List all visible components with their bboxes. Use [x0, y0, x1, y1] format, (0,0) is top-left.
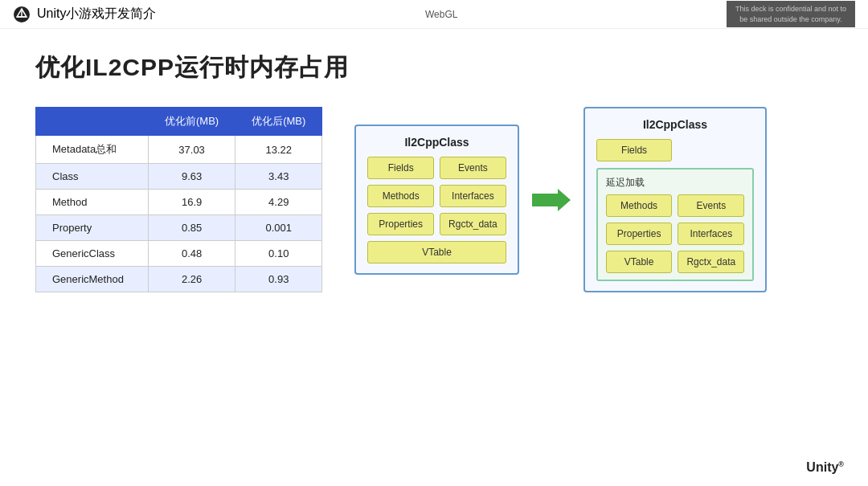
right-field-properties: Properties [606, 223, 673, 245]
arrow-icon [532, 186, 571, 214]
footer: Unity® [806, 460, 844, 475]
unity-logo-icon [13, 6, 31, 23]
left-class-grid: Fields Events Methods Interfaces Propert… [367, 157, 506, 235]
table-row: Method 16.9 4.29 [36, 190, 322, 215]
diagram-area: Il2CppClass Fields Events Methods Interf… [354, 107, 767, 292]
table-cell-before: 9.63 [149, 164, 235, 190]
topbar-title: Unity小游戏开发简介 [37, 6, 156, 22]
table-cell-before: 2.26 [149, 267, 235, 292]
right-field-fields: Fields [596, 139, 673, 161]
left-field-vtable: VTable [367, 241, 506, 263]
content-area: 优化前(MB) 优化后(MB) Metadata总和 37.03 13.22 C… [35, 107, 833, 292]
confidential-notice: This deck is confidential and not to be … [727, 1, 855, 27]
data-table: 优化前(MB) 优化后(MB) Metadata总和 37.03 13.22 C… [35, 107, 322, 292]
delayed-section: 延迟加载 Methods Events Properties Interface… [596, 168, 754, 281]
table-cell-label: Method [36, 190, 149, 215]
right-class-title: Il2CppClass [596, 118, 754, 131]
table-cell-after: 3.43 [235, 164, 322, 190]
topbar-center: WebGL [425, 9, 457, 20]
table-cell-label: Property [36, 215, 149, 241]
table-cell-label: Class [36, 164, 149, 190]
left-field-rgctx: Rgctx_data [440, 213, 506, 235]
table-cell-after: 0.93 [235, 267, 322, 292]
left-field-interfaces: Interfaces [440, 185, 506, 207]
table-cell-after: 4.29 [235, 190, 322, 215]
col-header-label [36, 108, 149, 136]
right-class-box: Il2CppClass Fields 延迟加载 Methods Events P… [583, 107, 767, 292]
right-field-vtable: VTable [606, 251, 673, 273]
table-row: GenericMethod 2.26 0.93 [36, 267, 322, 292]
table-cell-label: GenericMethod [36, 267, 149, 292]
right-top-fields: Fields [596, 139, 754, 161]
topbar-left: Unity小游戏开发简介 [13, 6, 156, 23]
left-class-title: Il2CppClass [367, 136, 506, 149]
table-cell-before: 0.85 [149, 215, 235, 241]
table-cell-before: 16.9 [149, 190, 235, 215]
svg-marker-4 [532, 189, 571, 211]
right-field-events: Events [678, 194, 744, 217]
table-cell-after: 0.10 [235, 241, 322, 267]
delayed-label: 延迟加载 [606, 176, 744, 190]
left-field-methods: Methods [367, 185, 434, 207]
left-class-box: Il2CppClass Fields Events Methods Interf… [354, 125, 518, 275]
left-field-fields: Fields [367, 157, 434, 179]
table-cell-before: 37.03 [149, 136, 235, 164]
right-field-rgctx: Rgctx_data [678, 251, 744, 273]
table-row: Metadata总和 37.03 13.22 [36, 136, 322, 164]
table-cell-before: 0.48 [149, 241, 235, 267]
right-field-methods: Methods [606, 194, 673, 217]
main-content: 优化IL2CPP运行时内存占用 优化前(MB) 优化后(MB) Metadata… [0, 29, 868, 486]
right-field-interfaces: Interfaces [678, 223, 744, 245]
table-row: Property 0.85 0.001 [36, 215, 322, 241]
delayed-grid: Methods Events Properties Interfaces VTa… [606, 194, 744, 273]
table-row: GenericClass 0.48 0.10 [36, 241, 322, 267]
page-title: 优化IL2CPP运行时内存占用 [35, 51, 833, 84]
left-vtable-row: VTable [367, 241, 506, 263]
table-cell-after: 13.22 [235, 136, 322, 164]
topbar: Unity小游戏开发简介 WebGL This deck is confiden… [0, 0, 868, 29]
col-header-before: 优化前(MB) [149, 108, 235, 136]
table-row: Class 9.63 3.43 [36, 164, 322, 190]
table-cell-label: GenericClass [36, 241, 149, 267]
col-header-after: 优化后(MB) [235, 108, 322, 136]
left-field-events: Events [440, 157, 506, 179]
left-field-properties: Properties [367, 213, 434, 235]
table-cell-after: 0.001 [235, 215, 322, 241]
table-cell-label: Metadata总和 [36, 136, 149, 164]
